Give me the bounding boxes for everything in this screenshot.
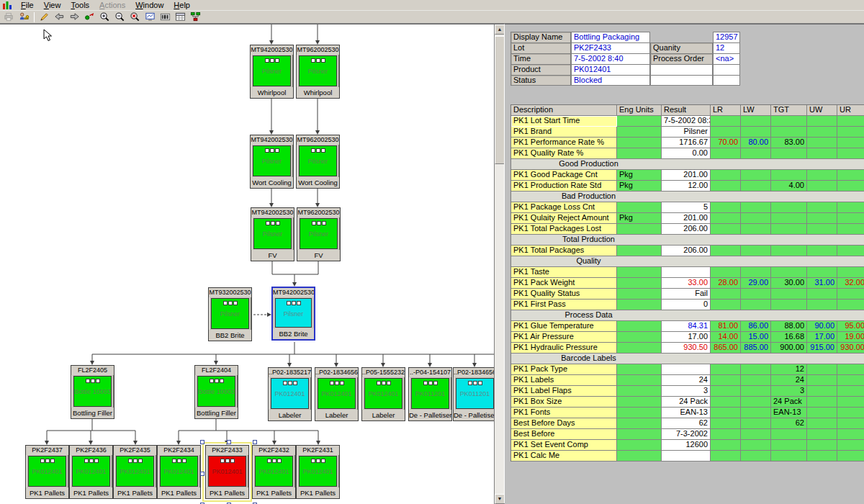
table-row[interactable]: Total Prduction [511,235,864,246]
user-login-button[interactable] [17,11,32,23]
description-cell[interactable]: PK1 Production Rate Std [511,181,617,192]
table-row[interactable]: PK1 Calc Me [511,451,864,462]
flow-node-fv2[interactable]: MT962002530PilsnerFV [297,207,341,261]
menu-tools[interactable]: Tools [66,0,94,10]
description-cell[interactable]: PK1 Box Size [511,397,617,408]
table-row[interactable]: PK1 Package Loss Cnt5 [511,202,864,213]
table-row[interactable]: PK1 Hydraulic Pressure930.50865.00885.00… [511,343,864,354]
table-row[interactable]: Barcode Labels [511,354,864,364]
zoom-out-button[interactable] [112,11,127,23]
scroll-down-button[interactable]: ▼ [495,494,505,504]
flow-node-wp2[interactable]: MT962002530PilsnerWhirlpool [296,45,340,99]
flow-node-fv1[interactable]: MT942002530PilsnerFV [251,207,294,261]
table-row[interactable]: PK1 FontsEAN-13EAN-13 [511,408,864,418]
flow-node-wc2[interactable]: MT962002530PilsnerWort Cooling [296,135,340,189]
menu-window[interactable]: Window [130,0,168,10]
flow-node-bb2[interactable]: MT942002530PilsnerBB2 Brite [271,287,315,341]
description-cell[interactable]: PK1 Brand [511,127,617,138]
table-row[interactable]: Good Production [511,159,864,170]
column-header[interactable]: Eng Units [617,105,662,116]
description-cell[interactable]: PK1 Good Package Cnt [511,170,617,181]
flow-node-lb3[interactable]: ..P05-1555232PK012401Labeler [361,367,405,421]
scroll-up-button[interactable]: ▲ [495,24,505,35]
edit-pencil-button[interactable] [37,11,52,23]
description-cell[interactable]: PK1 Fonts [511,408,617,418]
table-row[interactable]: PK1 Labels2424 [511,375,864,386]
table-row[interactable]: PK1 Total Packages206.00 [511,246,864,256]
flow-node-pl6[interactable]: PK2F2432PK012401PK1 Pallets [252,445,296,499]
table-row[interactable]: PK1 Pack Type12 [511,364,864,375]
description-cell[interactable]: Best Before [511,429,617,440]
table-row[interactable]: PK1 Set Event Comp12600 [511,440,864,451]
selection-handle[interactable] [200,472,204,476]
flow-node-dp1[interactable]: ..-P04-154107PK011201De - Palletiser [408,367,452,421]
table-row[interactable]: PK1 Air Pressure17.0014.0015.0016.6817.0… [511,332,864,343]
table-row[interactable]: PK1 Quality StatusFail [511,289,864,300]
column-header[interactable]: Description [511,105,617,116]
description-cell[interactable]: Best Before Days [511,418,617,429]
table-row[interactable]: Bad Production [511,192,864,202]
description-cell[interactable]: PK1 Labels [511,375,617,386]
barcode-view-button[interactable] [158,11,173,23]
description-cell[interactable]: PK1 Label Flaps [511,386,617,397]
table-row[interactable]: Process Data [511,310,864,321]
description-cell[interactable]: PK1 Total Packages [511,246,617,256]
table-row[interactable]: PK1 Label Flaps33 [511,386,864,397]
description-cell[interactable]: PK1 Glue Temperature [511,321,617,332]
table-row[interactable]: PK1 Taste [511,267,864,278]
genealogy-canvas[interactable]: MT942002530PilsnerWhirlpoolMT962002530Pi… [0,24,494,504]
flow-node-bb1[interactable]: MT932002530PilsnerBB2 Brite [208,287,252,341]
description-cell[interactable]: PK1 Pack Type [511,364,617,375]
table-row[interactable]: PK1 Lot Start Time7-5-2002 08:37:26 [511,116,864,127]
description-cell[interactable]: PK1 First Pass [511,300,617,310]
selection-handle[interactable] [227,440,231,444]
table-row[interactable]: PK1 Performance Rate %1716.6770.0080.008… [511,138,864,148]
flow-node-dp2[interactable]: ..P02-1834656PK011201De - Palletiser [453,367,494,421]
description-cell[interactable]: PK1 Taste [511,267,617,278]
column-header[interactable]: LW [741,105,771,116]
flow-node-wc1[interactable]: MT942002530PilsnerWort Cooling [250,135,294,189]
grid-view-button[interactable] [173,11,188,23]
table-row[interactable]: PK1 Total Packages Lost206.00 [511,224,864,235]
table-row[interactable]: PK1 Quality Rate %0.00 [511,148,864,159]
flow-node-pl7[interactable]: PK2F2431PK012401PK1 Pallets [296,445,340,499]
table-row[interactable]: PK1 Good Package CntPkg201.00 [511,170,864,181]
description-cell[interactable]: PK1 Air Pressure [511,332,617,343]
flow-node-lb1[interactable]: ..P02-1835217PK012401Labeler [268,367,312,421]
flow-vertical-scrollbar[interactable]: ▲ ▼ [494,24,504,504]
flow-node-pl1[interactable]: PK2F2437PK012401PK1 Pallets [25,445,69,499]
table-row[interactable]: PK1 Qulaity Reject AmountPkg201.00 [511,213,864,224]
description-cell[interactable]: PK1 Set Event Comp [511,440,617,451]
flow-node-lb2[interactable]: ..P02-1834656PK012401Labeler [315,367,359,421]
description-cell[interactable]: PK1 Quality Status [511,289,617,300]
description-cell[interactable]: PK1 Calc Me [511,451,617,462]
nav-back-button[interactable] [52,11,67,23]
chart-view-button[interactable] [143,11,158,23]
menu-help[interactable]: Help [168,0,195,10]
selection-handle[interactable] [253,440,257,444]
description-cell[interactable]: PK1 Qulaity Reject Amount [511,213,617,224]
menu-file[interactable]: File [16,0,39,10]
flow-node-wp1[interactable]: MT942002530PilsnerWhirlpool [250,45,294,99]
flow-node-pl2[interactable]: PK2F2436PK012401PK1 Pallets [69,445,113,499]
scroll-thumb[interactable] [495,36,505,164]
zoom-cancel-button[interactable] [127,11,143,23]
table-row[interactable]: PK1 Box Size24 Pack24 Pack [511,397,864,408]
flow-node-pl4[interactable]: PK2F2434PK012401PK1 Pallets [157,445,201,499]
description-cell[interactable]: PK1 Package Loss Cnt [511,202,617,213]
table-row[interactable]: PK1 BrandPilsner [511,127,864,138]
menu-view[interactable]: View [39,0,66,10]
description-cell[interactable]: PK1 Hydraulic Pressure [511,343,617,354]
table-row[interactable]: PK1 Glue Temperature84.3181.0086.0088.00… [511,321,864,332]
flow-node-bf2[interactable]: FL2F2404Bottle 10003Bottling Filler [194,365,238,419]
column-header[interactable]: UR [837,105,864,116]
selection-handle[interactable] [200,440,204,444]
tree-view-button[interactable] [188,11,203,23]
table-row[interactable]: Quality [511,256,864,267]
description-cell[interactable]: PK1 Performance Rate % [511,138,617,148]
go-button[interactable] [82,11,97,23]
column-header[interactable]: Result [662,105,711,116]
description-cell[interactable]: PK1 Pack Weight [511,278,617,289]
table-row[interactable]: PK1 Production Rate StdPkg12.004.00 [511,181,864,192]
flow-node-pl3[interactable]: PK2F2435PK012401PK1 Pallets [113,445,157,499]
